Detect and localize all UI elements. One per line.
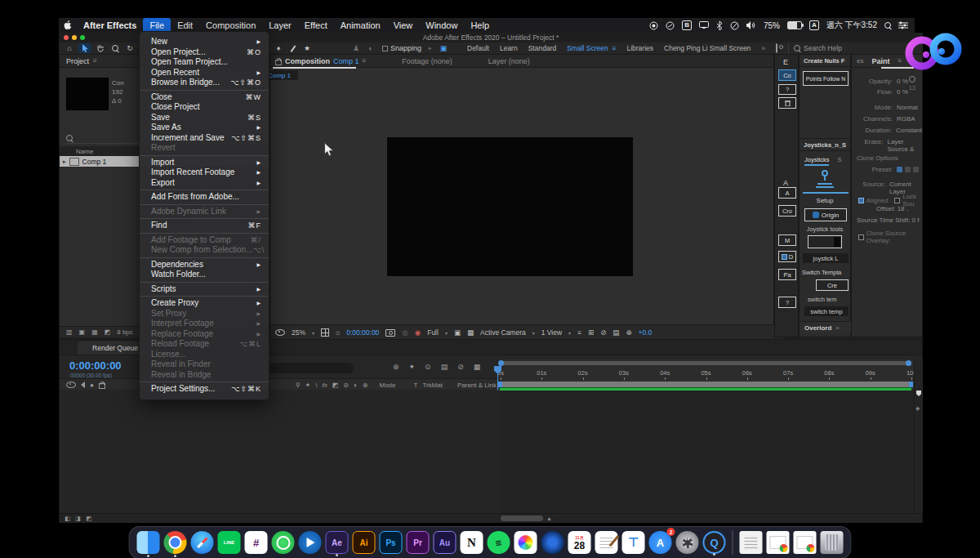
- record-icon[interactable]: [649, 21, 658, 30]
- navigator-end-handle[interactable]: [906, 360, 911, 366]
- mask-shape-tool-icon[interactable]: ♦: [274, 43, 283, 53]
- strip-button-pa[interactable]: Pa: [778, 269, 796, 280]
- graph-editor-icon[interactable]: ▦: [474, 363, 481, 371]
- time-ruler[interactable]: 0s01s02s03s04s05s06s07s08s09s10s: [497, 359, 915, 390]
- strip-help-button[interactable]: ?: [778, 84, 796, 95]
- origin-button[interactable]: Origin: [804, 208, 847, 221]
- menu-item-close-project[interactable]: Close Project: [140, 102, 269, 113]
- menu-item-dependencies[interactable]: Dependencies▶: [140, 260, 269, 270]
- dock-icon-illustrator[interactable]: Ai: [353, 531, 376, 554]
- dock-icon-premiere[interactable]: Pr: [407, 531, 430, 554]
- dock-icon-bird-app[interactable]: [299, 531, 322, 554]
- menu-item-import[interactable]: Import▶: [140, 158, 269, 168]
- dock-icon-system-preferences[interactable]: [676, 531, 699, 554]
- dock-icon-photos[interactable]: [514, 531, 537, 554]
- strip-button-m[interactable]: M: [778, 234, 796, 246]
- input-source-icon[interactable]: A: [809, 20, 819, 30]
- menubar-clock[interactable]: 週六 下午3:52: [826, 20, 877, 31]
- timeline-horizontal-scrollbar[interactable]: [501, 516, 543, 521]
- interpret-footage-icon[interactable]: ▥: [66, 328, 73, 336]
- lock-icon[interactable]: [275, 60, 282, 65]
- new-comp-icon[interactable]: ▦: [91, 328, 98, 336]
- snap-options-icon[interactable]: ⌖: [425, 43, 434, 53]
- dock-icon-chrome-document-2[interactable]: [794, 531, 817, 554]
- dock-icon-quicktime[interactable]: Q: [703, 531, 726, 554]
- zoom-out-mountain-icon[interactable]: ▲: [546, 516, 552, 521]
- exposure-value[interactable]: +0.0: [639, 328, 653, 337]
- work-area-bar[interactable]: [500, 382, 911, 387]
- strip-co-button[interactable]: Co: [778, 69, 796, 81]
- paint-field-value[interactable]: 0 %: [897, 88, 908, 96]
- menu-item-add-fonts-from-adobe[interactable]: Add Fonts from Adobe...: [140, 192, 269, 203]
- menu-item-adobe-dynamic-link[interactable]: Adobe Dynamic Link▶: [140, 207, 269, 217]
- menu-item-reload-footage[interactable]: Reload Footage⌥⌘L: [140, 339, 269, 350]
- menu-item-save[interactable]: Save⌘S: [140, 113, 269, 123]
- menu-item-watch-folder[interactable]: Watch Folder...: [140, 270, 269, 280]
- menu-item-reveal-in-bridge[interactable]: Reveal in Bridge: [140, 370, 269, 381]
- selection-tool-icon[interactable]: [78, 43, 91, 53]
- aligned-checkbox[interactable]: [858, 198, 864, 203]
- mode-column-header[interactable]: Mode: [379, 382, 395, 389]
- menu-item-new-comp-from-selection[interactable]: New Comp from Selection...⌥\: [140, 245, 269, 256]
- new-folder-icon[interactable]: ▣: [79, 328, 86, 336]
- show-snapshot-icon[interactable]: ◎: [402, 328, 408, 337]
- composition-panel-menu-icon[interactable]: ≡: [363, 57, 367, 65]
- composition-tab-comp-name[interactable]: Comp 1: [333, 57, 359, 65]
- workspace-menu-icon[interactable]: ≡: [612, 45, 617, 52]
- points-follow-nulls-button[interactable]: Points Follow N: [803, 71, 849, 86]
- star-tool-icon[interactable]: ★: [302, 43, 312, 53]
- menubar-item-animation[interactable]: Animation: [334, 18, 387, 33]
- menu-item-browse-in-bridge[interactable]: Browse in Bridge...⌥⇧⌘O: [140, 78, 269, 88]
- menubar-item-help[interactable]: Help: [464, 18, 496, 33]
- dock-icon-after-effects[interactable]: Ae: [326, 531, 349, 554]
- snapshot-icon[interactable]: [385, 329, 395, 337]
- menu-item-find[interactable]: Find⌘F: [140, 221, 269, 231]
- menu-item-reveal-in-finder[interactable]: Reveal in Finder: [140, 359, 269, 370]
- overlord-panel-tab[interactable]: Overlord: [804, 324, 831, 332]
- dock-icon-trash[interactable]: [821, 531, 844, 554]
- joystick-name-field[interactable]: joystick L: [803, 253, 849, 263]
- strip-trash-button[interactable]: [778, 97, 796, 109]
- source-time-shift-value[interactable]: Source Time Shift: 0 f: [857, 217, 919, 224]
- mask-visibility-icon[interactable]: ⌂: [336, 328, 340, 337]
- paint-field-value[interactable]: Normal: [897, 104, 918, 111]
- menu-item-import-recent-footage[interactable]: Import Recent Footage▶: [140, 167, 269, 178]
- menubar-item-layer[interactable]: Layer: [262, 18, 298, 33]
- project-panel-menu-icon[interactable]: ≡: [93, 57, 97, 65]
- dock-icon-keynote[interactable]: ⊤: [622, 531, 645, 554]
- work-area-end-handle[interactable]: [909, 382, 913, 387]
- project-tab[interactable]: Project: [66, 57, 89, 65]
- layer-track-area[interactable]: [497, 391, 914, 513]
- dock-icon-rings-app[interactable]: [541, 531, 564, 554]
- camera-select[interactable]: Active Camera: [480, 328, 526, 337]
- parent-link-column-header[interactable]: Parent & Link: [457, 382, 497, 389]
- frame-blend-icon[interactable]: ▤: [441, 363, 448, 371]
- resolution-select[interactable]: Full: [427, 328, 439, 337]
- strip-button-d[interactable]: D: [778, 251, 796, 262]
- overlord-menu-icon[interactable]: ≡: [835, 325, 839, 331]
- strip-tab-e[interactable]: E: [783, 58, 788, 66]
- footage-tab[interactable]: Footage (none): [402, 57, 452, 65]
- dock-icon-audition[interactable]: Au: [434, 531, 457, 554]
- flowchart-icon[interactable]: ⊕: [626, 328, 631, 337]
- workspace-default[interactable]: Default: [467, 44, 489, 52]
- expand-in-out-icon[interactable]: ◩: [86, 515, 91, 522]
- strip-tab-a[interactable]: A: [783, 179, 788, 187]
- joysticks-tab[interactable]: Joysticks: [804, 156, 829, 166]
- draft-3d-icon[interactable]: ✦: [409, 363, 416, 371]
- create-nulls-panel-tab[interactable]: Create Nulls F: [804, 57, 844, 65]
- clone-source-overlay-checkbox[interactable]: [858, 234, 864, 240]
- switch-temp-button[interactable]: switch temp: [804, 306, 849, 316]
- paint-tab[interactable]: Paint: [871, 57, 889, 65]
- dock-icon-document[interactable]: [740, 531, 763, 554]
- menubar-item-window[interactable]: Window: [419, 18, 464, 33]
- menu-item-add-footage-to-comp[interactable]: Add Footage to Comp⌘/: [140, 235, 269, 246]
- trkmat-column-header[interactable]: TrkMat: [422, 382, 443, 389]
- roi-icon[interactable]: ▣: [454, 328, 461, 337]
- dock-icon-calendar[interactable]: 11月28: [568, 531, 591, 554]
- expand-transfer-controls-icon[interactable]: ◨: [75, 515, 81, 522]
- navigator-start-handle[interactable]: [498, 360, 504, 366]
- menu-item-project-settings[interactable]: Project Settings...⌥⇧⌘K: [140, 384, 269, 395]
- dock-icon-spotify[interactable]: ≡: [488, 531, 510, 554]
- snap-bounds-icon[interactable]: ▣: [438, 43, 449, 53]
